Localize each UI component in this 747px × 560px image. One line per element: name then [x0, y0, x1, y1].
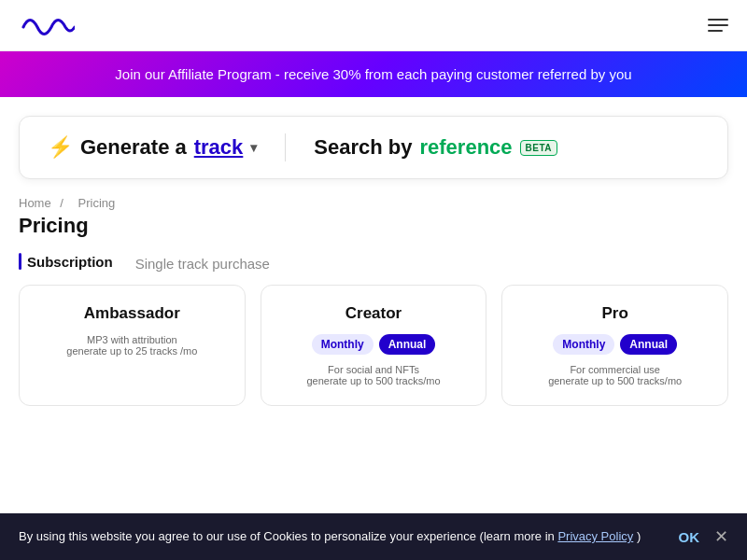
breadcrumb-current: Pricing — [78, 196, 116, 210]
chevron-down-icon: ▾ — [250, 140, 257, 155]
cookie-ok-button[interactable]: OK — [679, 529, 700, 545]
cards-container: Ambassador MP3 with attributiongenerate … — [19, 285, 728, 406]
breadcrumb-separator: / — [60, 196, 63, 210]
pro-title: Pro — [517, 304, 712, 323]
creator-toggle-group: Monthly Annual — [276, 334, 472, 355]
creator-monthly-toggle[interactable]: Monthly — [312, 334, 374, 355]
generate-bar: ⚡ Generate a track ▾ Search by reference… — [19, 116, 728, 179]
card-creator: Creator Monthly Annual For social and NF… — [261, 285, 487, 406]
card-pro: Pro Monthly Annual For commercial usegen… — [501, 285, 728, 406]
ambassador-desc: MP3 with attributiongenerate up to 25 tr… — [35, 334, 230, 357]
search-reference-text: reference — [420, 135, 513, 160]
pro-desc: For commercial usegenerate up to 500 tra… — [517, 364, 712, 386]
creator-desc: For social and NFTsgenerate up to 500 tr… — [276, 364, 472, 386]
cookie-text: By using this website you agree to our u… — [19, 527, 668, 546]
breadcrumb-home[interactable]: Home — [19, 196, 51, 210]
pro-annual-toggle[interactable]: Annual — [620, 334, 677, 355]
cookie-text-start: By using this website you agree to our u… — [19, 529, 555, 543]
beta-badge: BETA — [520, 140, 557, 156]
cookie-banner: By using this website you agree to our u… — [0, 513, 747, 560]
bolt-icon: ⚡ — [48, 135, 73, 160]
subscription-tab-label: Subscription — [27, 254, 113, 270]
tab-subscription[interactable]: Subscription — [19, 253, 113, 273]
affiliate-banner[interactable]: Join our Affiliate Program - receive 30%… — [0, 51, 747, 97]
cookie-close-button[interactable]: ✕ — [714, 526, 728, 547]
generate-section[interactable]: ⚡ Generate a track ▾ — [48, 135, 257, 160]
tab-active-indicator — [19, 253, 21, 270]
track-link[interactable]: track — [194, 135, 244, 160]
creator-annual-toggle[interactable]: Annual — [379, 334, 436, 355]
tab-single-track[interactable]: Single track purchase — [135, 256, 270, 272]
breadcrumb: Home / Pricing — [19, 196, 728, 210]
vertical-divider — [285, 133, 286, 161]
card-ambassador: Ambassador MP3 with attributiongenerate … — [19, 285, 246, 406]
navbar — [0, 0, 747, 51]
ambassador-title: Ambassador — [35, 304, 230, 323]
page-title: Pricing — [19, 214, 728, 238]
logo[interactable] — [19, 8, 75, 43]
pro-monthly-toggle[interactable]: Monthly — [553, 334, 614, 355]
pro-toggle-group: Monthly Annual — [517, 334, 712, 355]
hamburger-icon[interactable] — [708, 19, 728, 32]
privacy-policy-link[interactable]: Privacy Policy — [557, 529, 633, 543]
tabs-container: Subscription Single track purchase — [19, 253, 728, 273]
affiliate-text: Join our Affiliate Program - receive 30%… — [115, 66, 631, 82]
cookie-text-end: ) — [637, 529, 641, 543]
generate-prefix: Generate a — [80, 135, 187, 160]
search-section[interactable]: Search by reference BETA — [314, 135, 557, 160]
single-track-label: Single track purchase — [135, 256, 270, 272]
search-prefix: Search by — [314, 135, 412, 160]
creator-title: Creator — [276, 304, 472, 323]
